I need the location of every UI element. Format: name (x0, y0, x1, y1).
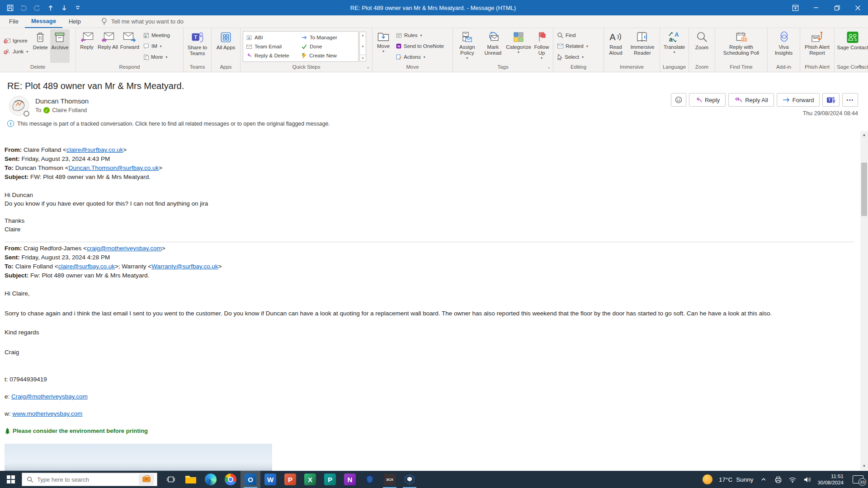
printer-icon[interactable] (774, 475, 782, 483)
move-up-icon[interactable] (47, 4, 54, 12)
all-apps-button[interactable]: All Apps (216, 29, 236, 63)
immersive-reader-button[interactable]: Immersive Reader (627, 29, 658, 63)
sage-contact-button[interactable]: Sage Contact (836, 29, 868, 63)
quick-step-abi[interactable]: ABI (244, 33, 299, 42)
quick-step-done[interactable]: Done (299, 42, 357, 51)
body-scrollbar[interactable] (860, 131, 868, 470)
viva-insights-button[interactable]: Viva Insights (769, 29, 798, 63)
sender-name[interactable]: Duncan Thomson (35, 97, 89, 105)
publisher-button[interactable]: P (320, 471, 340, 488)
phish-alert-report-button[interactable]: Phish Alert Report (802, 29, 833, 63)
outlook-button[interactable]: O (241, 471, 260, 488)
zoom-button[interactable]: Zoom (693, 29, 712, 63)
reply-button[interactable]: Reply (77, 29, 96, 63)
follow-up-button[interactable]: Follow Up (532, 29, 552, 63)
briefcase-icon[interactable] (139, 474, 154, 485)
delete-button[interactable]: Delete (31, 29, 50, 63)
sender-avatar[interactable] (9, 96, 29, 116)
more-actions-button[interactable] (842, 93, 858, 107)
forward-button[interactable]: Forward (119, 29, 140, 63)
redo-icon[interactable] (33, 4, 41, 12)
onenote-button[interactable]: N (340, 471, 360, 488)
categorize-button[interactable]: Categorize (506, 29, 531, 63)
taskbar-search[interactable] (22, 473, 157, 486)
save-icon[interactable] (6, 4, 14, 12)
restore-button[interactable] (826, 0, 847, 15)
read-aloud-button[interactable]: A Read Aloud (605, 29, 626, 63)
feedback-smiley-button[interactable] (671, 93, 686, 107)
recipient-name[interactable]: Claire Folland (52, 107, 87, 113)
share-to-teams-header-button[interactable]: T (822, 93, 840, 107)
edge-button[interactable] (201, 471, 221, 488)
file-explorer-button[interactable] (181, 471, 201, 488)
notification-center-button[interactable]: 33 (853, 475, 863, 483)
to1-email-link-q2[interactable]: claire@surfbay.co.uk (58, 263, 115, 270)
weather-sun-icon[interactable] (703, 474, 712, 484)
tab-help[interactable]: Help (62, 15, 87, 28)
search-input[interactable] (37, 476, 135, 483)
scrollbar-thumb[interactable] (861, 163, 867, 216)
virtualbox-button[interactable] (400, 471, 420, 488)
word-button[interactable]: W (260, 471, 280, 488)
ignore-button[interactable]: Ignore (2, 36, 29, 46)
excel-button[interactable]: X (300, 471, 320, 488)
powerpoint-button[interactable]: P (280, 471, 300, 488)
weather-widget[interactable]: 17°C Sunny (719, 476, 753, 483)
quick-steps-dialog-launcher-icon[interactable] (365, 65, 371, 70)
to-email-link[interactable]: Duncan.Thomson@surfbay.co.uk (69, 164, 159, 171)
wifi-icon[interactable] (788, 475, 797, 483)
collapse-ribbon-icon[interactable] (858, 64, 864, 70)
task-view-button[interactable] (161, 471, 181, 488)
reply-all-button[interactable]: Reply All (97, 29, 119, 63)
select-button[interactable]: Select (556, 52, 590, 62)
assign-policy-button[interactable]: Assign Policy (454, 29, 480, 63)
junk-button[interactable]: Junk (2, 47, 29, 56)
tab-message[interactable]: Message (25, 15, 62, 28)
archive-button[interactable]: Archive (50, 29, 69, 63)
move-down-icon[interactable] (61, 4, 68, 12)
show-hidden-icons-chevron[interactable] (760, 475, 768, 483)
move-button[interactable]: Move (374, 29, 393, 63)
meeting-button[interactable]: Meeting (142, 30, 171, 40)
actions-button[interactable]: Actions (394, 52, 445, 62)
reply-header-button[interactable]: Reply (689, 93, 726, 107)
quick-step-team-email[interactable]: Team Email (244, 42, 299, 51)
reply-with-scheduling-poll-button[interactable]: Reply with Scheduling Poll (717, 29, 766, 63)
rules-button[interactable]: Rules (394, 30, 445, 40)
to2-email-link-q2[interactable]: Warranty@surfbay.co.uk (151, 263, 218, 270)
tell-me-box[interactable]: Tell me what you want to do (101, 18, 184, 25)
tracked-conversation-notice[interactable]: i This message is part of a tracked conv… (7, 120, 330, 127)
tags-dialog-launcher-icon[interactable] (546, 65, 552, 70)
taskbar-clock[interactable]: 11:51 30/08/2024 (817, 473, 844, 486)
reply-all-header-button[interactable]: Reply All (728, 93, 774, 107)
close-button[interactable] (847, 0, 868, 15)
forward-header-button[interactable]: Forward (777, 93, 820, 107)
ribbon-display-options-icon[interactable] (785, 0, 806, 15)
from-email-link-q2[interactable]: craig@motheriveysbay.com (87, 245, 162, 252)
customize-quick-access-icon[interactable] (74, 4, 81, 12)
threecx-button[interactable]: 3CX (380, 471, 400, 488)
embedded-photo[interactable] (5, 444, 272, 471)
quick-step-to-manager[interactable]: To Manager (299, 33, 357, 42)
quick-step-create-new[interactable]: Create New (299, 51, 357, 60)
quick-steps-more-icon[interactable]: ▾ (360, 55, 366, 61)
scroll-down-icon[interactable] (860, 462, 868, 470)
translate-button[interactable]: aA Translate (663, 29, 686, 63)
chrome-button[interactable] (221, 471, 241, 488)
signature-email-link[interactable]: Craig@motheriveysbay.com (11, 393, 88, 400)
share-to-teams-button[interactable]: T Share to Teams (185, 29, 210, 63)
minimize-button[interactable] (806, 0, 826, 15)
quick-steps-scroll-down-icon[interactable]: ▾ (360, 43, 366, 50)
find-button[interactable]: Find (556, 30, 590, 40)
im-button[interactable]: IM (142, 41, 171, 51)
scroll-up-icon[interactable] (860, 131, 868, 139)
signature-website-link[interactable]: www.motheriveysbay.com (12, 410, 82, 417)
from-email-link[interactable]: claire@surfbay.co.uk (66, 146, 123, 153)
tab-file[interactable]: File (3, 15, 25, 28)
mark-unread-button[interactable]: Mark Unread (481, 29, 505, 63)
quick-step-reply-delete[interactable]: Reply & Delete (244, 51, 299, 60)
volume-icon[interactable] (803, 475, 811, 483)
more-respond-button[interactable]: More (142, 52, 171, 62)
undo-icon[interactable] (20, 4, 27, 12)
blue-app-button[interactable] (360, 471, 380, 488)
